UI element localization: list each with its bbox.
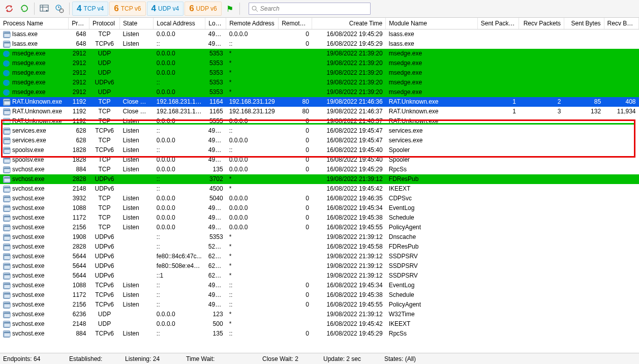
table-row[interactable]: RAT.Unknown.exe1192TCPListen0.0.0.055550… (0, 116, 639, 126)
cell-pname: svchost.exe (0, 223, 69, 232)
cell-rbyte (604, 319, 638, 329)
cell-raddr: 0.0.0.0 (226, 213, 279, 223)
table-row[interactable]: svchost.exe5644UDPv6::162762*19/08/2022 … (0, 271, 639, 281)
cell-spkt: 1 (477, 107, 519, 116)
cell-lport: 49667 (205, 290, 226, 300)
refresh-green-button[interactable] (17, 2, 32, 16)
table-row[interactable]: msedge.exe2912UDPv6::5353*19/08/2022 21:… (0, 78, 639, 87)
filter-tcp-v4[interactable]: 4 TCP v4 (72, 2, 108, 16)
filter-label: TCP v6 (121, 5, 141, 12)
cell-proto: UDPv6 (89, 252, 119, 261)
table-row[interactable]: svchost.exe2156TCPv6Listen::49670::016/0… (0, 300, 639, 310)
search-field[interactable] (249, 3, 371, 15)
refresh-red-button[interactable] (2, 2, 16, 16)
flag-button[interactable]: ⚑ (223, 2, 237, 16)
column-rpkt[interactable]: Recv Packets (519, 18, 564, 29)
table-row[interactable]: svchost.exe6236UDP0.0.0.0123*19/08/2022 … (0, 310, 639, 319)
process-name-label: svchost.exe (12, 223, 44, 232)
table-row[interactable]: svchost.exe5644UDPv6fe80::84c6:47c...627… (0, 252, 639, 261)
cell-state: Listen (120, 165, 154, 174)
view-options-button[interactable] (37, 2, 51, 16)
cell-ctime: 16/08/2022 19:45:34 (312, 281, 386, 290)
column-module[interactable]: Module Name (386, 18, 478, 29)
table-row[interactable]: svchost.exe2828UDPv6::3702*19/08/2022 21… (0, 174, 639, 184)
cell-module: CDPSvc (386, 194, 478, 203)
cell-pname: svchost.exe (0, 300, 69, 310)
table-row[interactable]: svchost.exe2148UDP0.0.0.0500*16/08/2022 … (0, 319, 639, 329)
table-row[interactable]: svchost.exe884TCPListen0.0.0.01350.0.0.0… (0, 165, 639, 174)
column-pid[interactable]: Pro... (69, 18, 89, 29)
app-icon (3, 311, 10, 318)
table-row[interactable]: svchost.exe2156TCPListen0.0.0.0496700.0.… (0, 223, 639, 232)
process-name-label: msedge.exe (12, 49, 45, 58)
table-row[interactable]: svchost.exe5644UDPv6fe80::508e:e4e...627… (0, 261, 639, 271)
table-row[interactable]: svchost.exe1172TCPv6Listen::49667::016/0… (0, 290, 639, 300)
table-row[interactable]: RAT.Unknown.exe1192TCPClose W...192.168.… (0, 107, 639, 116)
cell-rpkt (519, 310, 564, 319)
cell-module: msedge.exe (386, 78, 478, 87)
cell-spkt (477, 261, 519, 271)
table-row[interactable]: svchost.exe2148UDPv6::4500*16/08/2022 19… (0, 184, 639, 194)
cell-lport: 49666 (205, 203, 226, 213)
column-laddr[interactable]: Local Address (154, 18, 205, 29)
cell-rbyte: 11,934 (604, 107, 638, 116)
column-rbyte[interactable]: Recv Bytes (604, 18, 638, 29)
column-pname[interactable]: Process Name (0, 18, 69, 29)
column-ctime[interactable]: Create Time (312, 18, 386, 29)
filter-tcp-v6[interactable]: 6 TCP v6 (109, 2, 145, 16)
cell-laddr: :: (154, 184, 205, 194)
table-row[interactable]: svchost.exe1172TCPListen0.0.0.0496670.0.… (0, 213, 639, 223)
table-row[interactable]: lsass.exe648TCPv6Listen::49664::016/08/2… (0, 39, 639, 49)
cell-ctime: 19/08/2022 21:39:20 (312, 87, 386, 97)
cell-rport (279, 252, 312, 261)
column-lport[interactable]: Loca... (205, 18, 226, 29)
cell-module: SSDPSRV (386, 261, 478, 271)
table-row[interactable]: RAT.Unknown.exe1192TCPClose W...192.168.… (0, 97, 639, 107)
process-name-label: svchost.exe (12, 194, 44, 203)
table-row[interactable]: services.exe628TCPListen0.0.0.0496690.0.… (0, 136, 639, 145)
cell-lport: 500 (205, 319, 226, 329)
column-sbyte[interactable]: Sent Bytes (564, 18, 604, 29)
cell-state (120, 49, 154, 58)
cell-raddr: :: (226, 329, 279, 339)
cell-sbyte (564, 242, 604, 252)
cell-ctime: 16/08/2022 19:45:40 (312, 145, 386, 155)
table-row[interactable]: spoolsv.exe1828TCPListen0.0.0.0496680.0.… (0, 155, 639, 165)
table-row[interactable]: svchost.exe1088TCPv6Listen::49666::016/0… (0, 281, 639, 290)
app-icon (3, 137, 10, 144)
column-raddr[interactable]: Remote Address (226, 18, 279, 29)
app-icon (3, 157, 10, 164)
column-rport[interactable]: Remote P... (279, 18, 312, 29)
cell-ctime: 19/08/2022 21:39:20 (312, 78, 386, 87)
cell-pname: svchost.exe (0, 242, 69, 252)
table-row[interactable]: svchost.exe1908UDPv6::5353*19/08/2022 21… (0, 232, 639, 242)
cell-proto: TCP (89, 107, 119, 116)
cell-proto: TCP (89, 165, 119, 174)
table-row[interactable]: msedge.exe2912UDP0.0.0.05353*19/08/2022 … (0, 68, 639, 78)
table-row[interactable]: services.exe628TCPv6Listen::49669::016/0… (0, 126, 639, 136)
filter-udp-v6[interactable]: 6 UDP v6 (185, 2, 222, 16)
table-row[interactable]: svchost.exe884TCPv6Listen::135::016/08/2… (0, 329, 639, 339)
search-input[interactable] (260, 5, 370, 12)
table-row[interactable]: svchost.exe2828UDPv6::52034*16/08/2022 1… (0, 242, 639, 252)
connections-grid[interactable]: Process NamePro...ProtocolStateLocal Add… (0, 18, 639, 353)
column-spkt[interactable]: Sent Packets (477, 18, 519, 29)
table-row[interactable]: svchost.exe3932TCPListen0.0.0.050400.0.0… (0, 194, 639, 203)
table-row[interactable]: spoolsv.exe1828TCPv6Listen::49668::016/0… (0, 145, 639, 155)
table-row[interactable]: svchost.exe1088TCPListen0.0.0.0496660.0.… (0, 203, 639, 213)
cell-laddr: :: (154, 174, 205, 184)
settings-button[interactable] (52, 2, 67, 16)
filter-udp-v4[interactable]: 4 UDP v4 (147, 2, 184, 16)
column-proto[interactable]: Protocol (89, 18, 119, 29)
table-row[interactable]: msedge.exe2912UDP0.0.0.05353*19/08/2022 … (0, 49, 639, 58)
cell-rpkt (519, 281, 564, 290)
cell-rpkt (519, 126, 564, 136)
table-row[interactable]: lsass.exe648TCPListen0.0.0.0496640.0.0.0… (0, 29, 639, 40)
cell-laddr: :: (154, 126, 205, 136)
column-state[interactable]: State (120, 18, 154, 29)
table-row[interactable]: msedge.exe2912UDP0.0.0.05353*19/08/2022 … (0, 58, 639, 68)
cell-rbyte (604, 261, 638, 271)
table-row[interactable]: msedge.exe2912UDP0.0.0.05353*19/08/2022 … (0, 87, 639, 97)
cell-proto: TCPv6 (89, 39, 119, 49)
cell-rpkt: 2 (519, 97, 564, 107)
